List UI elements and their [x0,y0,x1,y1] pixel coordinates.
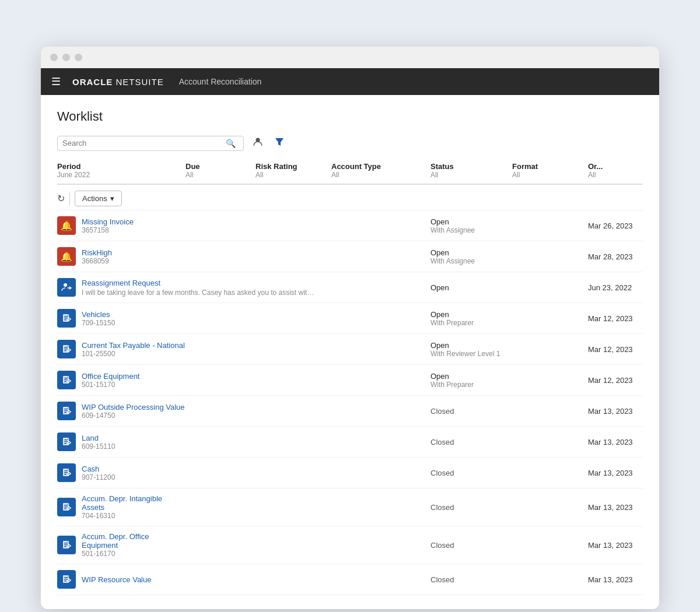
svg-rect-12 [64,378,68,379]
status-main: Closed [430,469,512,477]
actions-row: ↻ Actions ▾ [57,185,643,210]
status-col: Closed [430,438,512,446]
status-main: Open [430,248,512,257]
status-col: Open With Preparer [430,310,512,327]
app-window: ☰ ORACLE NETSUITE Account Reconciliation… [41,47,659,609]
svg-rect-30 [64,508,66,509]
col-format-header: Format [512,162,588,171]
col-other-filter[interactable]: All [588,171,635,179]
status-sub: With Preparer [430,319,512,327]
list-item: WIP Resource Value Closed Mar 13, 2023 [57,564,643,595]
item-name[interactable]: Current Tax Payable - National [82,341,185,350]
doc-icon [57,340,76,358]
status-col: Closed [430,469,512,477]
doc-icon [57,498,76,516]
item-main: Current Tax Payable - National 101-25500 [57,340,186,358]
table-filters: Period June 2022 Due All Risk Rating All… [57,160,643,185]
status-main: Closed [430,541,512,550]
svg-rect-16 [64,409,68,410]
svg-rect-37 [64,579,68,580]
titlebar-dot-1 [50,54,58,61]
col-other-header: Or... [588,162,635,171]
status-main: Open [430,341,512,350]
item-name[interactable]: Land [82,434,115,442]
col-due-header: Due [186,162,256,171]
doc-icon [57,371,76,389]
item-number: 3668059 [82,257,112,265]
item-name[interactable]: Missing Invoice [82,217,134,226]
item-name[interactable]: Cash [82,465,115,473]
item-number: 709-15150 [82,319,115,327]
user-icon [253,136,263,147]
item-text: Office Equipment 501-15170 [82,372,139,389]
item-text: Cash 907-11200 [82,465,115,481]
item-main: Reassignment Request I will be taking le… [57,278,186,297]
svg-rect-6 [64,319,66,321]
col-due-filter[interactable]: All [186,171,256,179]
doc-icon [57,463,76,482]
item-number: 501-15170 [82,381,139,389]
list-item: 🔔 Missing Invoice 3657158 Open With Assi… [57,210,643,241]
item-date: Mar 13, 2023 [588,407,635,416]
item-main: Office Equipment 501-15170 [57,371,186,389]
refresh-button[interactable]: ↻ [57,193,65,204]
col-format: Format All [512,160,588,181]
col-account-type-filter[interactable]: All [331,171,430,179]
item-name[interactable]: Vehicles [82,310,115,319]
item-text: Current Tax Payable - National 101-25500 [82,341,185,358]
doc-icon [57,402,76,420]
status-col: Open With Assignee [430,248,512,265]
item-name[interactable]: WIP Resource Value [82,575,151,584]
item-number: 3657158 [82,226,134,234]
col-status-filter[interactable]: All [430,171,512,179]
svg-rect-9 [64,349,68,350]
item-name[interactable]: Accum. Depr. Intangible Assets [82,494,186,512]
item-name[interactable]: Reassignment Request [82,279,315,287]
actions-button[interactable]: Actions ▾ [75,191,122,206]
svg-rect-18 [64,412,66,413]
svg-rect-38 [64,581,66,582]
user-filter-button[interactable] [250,135,266,152]
svg-rect-26 [64,474,66,475]
list-item: Office Equipment 501-15170 Open With Pre… [57,365,643,396]
item-name[interactable]: Office Equipment [82,372,139,381]
col-risk-filter[interactable]: All [256,171,331,179]
search-box[interactable]: 🔍 [57,136,244,151]
svg-rect-17 [64,410,68,411]
nav-bar: ☰ ORACLE NETSUITE Account Reconciliation [41,68,659,95]
search-input[interactable] [62,139,226,147]
col-period-filter[interactable]: June 2022 [57,171,186,179]
item-text: Vehicles 709-15150 [82,310,115,327]
col-risk: Risk Rating All [256,160,331,181]
col-status: Status All [430,160,512,181]
item-date: Mar 28, 2023 [588,252,635,261]
status-sub: With Assignee [430,226,512,234]
reassign-icon [57,278,76,297]
svg-rect-36 [64,577,68,578]
status-main: Closed [430,407,512,416]
item-text: Land 609-15110 [82,434,115,451]
status-main: Closed [430,438,512,446]
col-format-filter[interactable]: All [512,171,588,179]
item-name[interactable]: WIP Outside Processing Value [82,403,185,411]
item-main: Land 609-15110 [57,432,186,451]
list-item: Land 609-15110 Closed Mar 13, 2023 [57,427,643,458]
item-date: Mar 12, 2023 [588,345,635,354]
hamburger-icon[interactable]: ☰ [51,75,62,88]
status-col: Closed [430,407,512,416]
svg-rect-32 [64,543,68,544]
list-item: Accum. Depr. Office Equipment 501-16170 … [57,526,643,564]
col-status-header: Status [430,162,512,171]
filter-icon [275,137,284,146]
item-name[interactable]: RiskHigh [82,248,112,257]
doc-icon [57,570,76,589]
window-titlebar [41,47,659,68]
svg-rect-4 [64,316,68,317]
item-main: Accum. Depr. Office Equipment 501-16170 [57,532,186,558]
filter-button[interactable] [272,135,287,151]
list-item: Cash 907-11200 Closed Mar 13, 2023 [57,458,643,488]
svg-rect-28 [64,505,68,506]
item-date: Mar 13, 2023 [588,469,635,477]
col-period: Period June 2022 [57,160,186,181]
item-name[interactable]: Accum. Depr. Office Equipment [82,532,186,550]
